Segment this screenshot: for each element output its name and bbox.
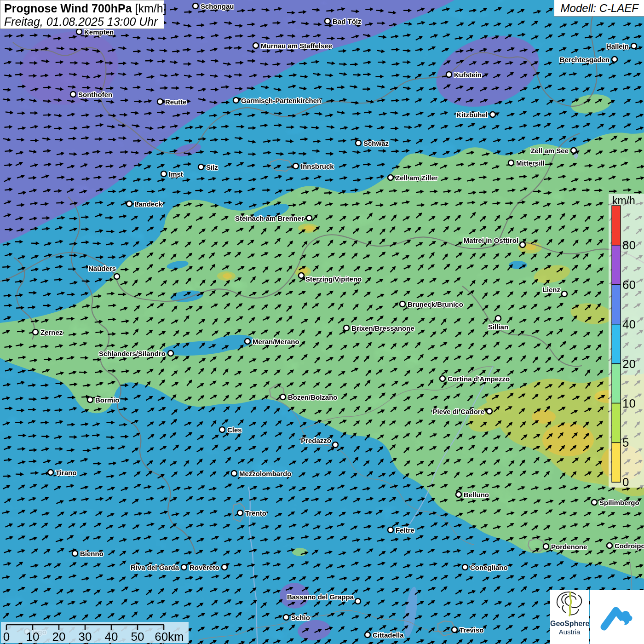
city-label: Lienz [543,286,560,293]
city-label: Tirano [56,469,77,477]
city-marker [306,215,312,221]
city-marker [592,500,597,505]
scalebar-label: 30 [79,630,92,644]
city-marker [33,329,38,335]
city-label: Codroipo [615,542,644,550]
city-marker [325,18,330,24]
city-label: Meran/Merano [253,338,299,345]
city-marker [48,470,53,475]
scalebar-label: 10 [26,630,40,644]
city-label: Kitzbühel [457,111,488,119]
city-marker [222,564,227,570]
legend-color-swatch [612,403,621,443]
city-marker [355,598,361,604]
scalebar-label: 60km [155,630,184,644]
city-marker [293,163,299,169]
legend-color-swatch [612,443,621,482]
city-label: Bormio [95,396,120,404]
city-label: Sillian [488,323,508,331]
partner-logo [590,590,644,644]
legend-unit-label: km/h [612,195,635,207]
city-label: Matrei in Osttirol [464,236,518,244]
scalebar-label: 0 [3,630,10,644]
city-label: Kufstein [454,71,482,79]
city-label: Landeck [134,200,163,208]
city-marker [181,564,187,570]
city-marker [571,148,576,153]
city-marker [388,175,393,180]
legend-tick-label: 0 [622,475,629,489]
city-marker [245,339,250,344]
city-marker [388,527,393,533]
city-label: Steinach am Brenner [235,214,304,222]
city-label: Trento [245,509,266,517]
city-marker [452,627,457,632]
city-marker [543,544,549,549]
city-marker [607,543,612,548]
map-datetime: Freitag, 01.08.2025 13:00 Uhr [4,15,160,28]
city-label: Cortina d'Ampezzo [448,375,510,383]
wind-speed-legend: km/h806040201050 [609,194,644,489]
distance-scalebar: 0102030405060km [1,622,189,644]
legend-color-swatch [612,364,621,403]
city-marker [280,394,286,400]
legend-color-swatch [612,324,621,364]
city-label: Cles [227,426,242,434]
legend-tick-label: 10 [622,397,636,410]
city-marker [193,3,198,9]
city-label: Brixen/Bressanone [351,324,414,332]
city-marker [508,160,514,166]
city-label: Zell am See [530,147,569,155]
city-label: Bruneck/Brunico [408,300,463,308]
city-marker [365,632,370,638]
geosphere-name: GeoSphere [550,620,589,628]
title-panel: Prognose Wind 700hPa [km/h] Freitag, 01.… [0,0,164,29]
city-marker [114,274,120,279]
city-label: Feltre [396,526,414,534]
city-label: Sonthofen [78,91,112,98]
city-label: Imst [169,170,183,178]
city-label: Mittersill [516,159,545,167]
city-marker [299,273,304,278]
city-label: Silz [206,163,218,171]
city-label: Bassano del Grappa [287,593,354,601]
city-marker [462,564,468,570]
city-label: Schlanders/Silandro [99,350,166,357]
city-label: Treviso [460,626,484,634]
city-label: Nauders [88,264,116,272]
city-marker [520,242,525,247]
city-marker [198,164,204,170]
mountain-cloud-icon [598,598,637,637]
city-marker [333,442,338,448]
city-marker [356,140,361,146]
scalebar-label: 40 [105,630,118,644]
scalebar-label: 50 [131,630,144,644]
city-marker [344,325,349,331]
geosphere-contour-icon [553,590,586,619]
city-marker [219,427,225,432]
map-title: Prognose Wind 700hPa [km/h] [4,2,160,15]
city-marker [237,510,243,516]
city-label: Bozen/Bolzano [288,393,338,401]
city-marker [440,376,445,381]
city-label: Schio [291,614,310,621]
geosphere-country: Austria [550,628,589,636]
legend-color-swatch [612,206,621,245]
city-label: Kempten [84,28,114,36]
city-label: Zell am Ziller [396,174,438,182]
city-marker [495,316,501,321]
city-marker [490,112,495,117]
city-label: Zernez [40,328,63,336]
city-marker [157,99,163,104]
scalebar-label: 20 [52,630,66,644]
city-label: Bad Tölz [333,17,362,25]
city-marker [487,408,492,414]
city-label: Spilimbergo [599,499,639,506]
city-marker [126,201,132,207]
city-label: Sterzing/Vipiteno [305,275,362,283]
city-label: Reutte [165,98,187,106]
city-marker [631,43,637,49]
city-label: Conegliano [470,564,508,571]
city-label: Riva del Garda [131,564,179,571]
city-label: Berchtesgaden [560,56,610,63]
